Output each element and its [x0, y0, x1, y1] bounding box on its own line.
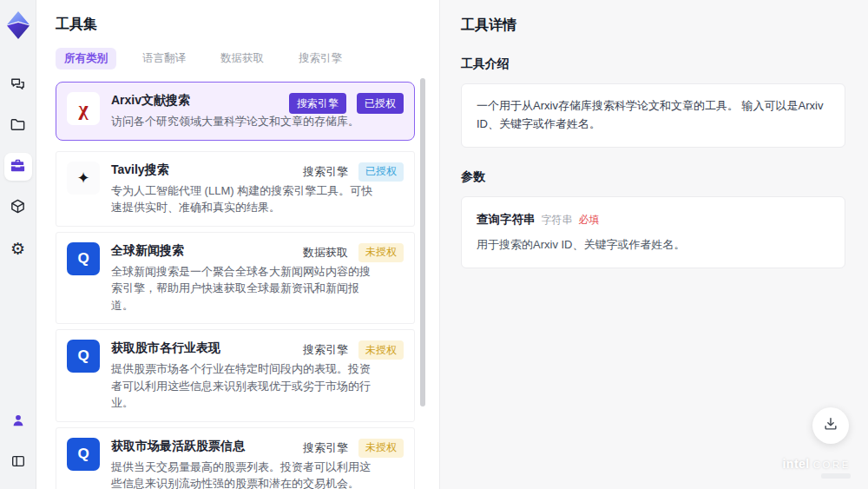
intel-wordmark: intel — [782, 457, 809, 471]
chat-icon — [10, 76, 26, 96]
user-profile-button[interactable] — [4, 408, 32, 436]
tool-description: 专为人工智能代理 (LLM) 构建的搜索引擎工具。可快速提供实时、准确和真实的结… — [111, 182, 376, 216]
tool-list-panel: 工具集 所有类别 语言翻译 数据获取 搜索引擎 χ Arxiv文献搜索 访问各个… — [36, 0, 439, 489]
tab-language-translation[interactable]: 语言翻译 — [134, 48, 194, 69]
category-label: 搜索引擎 — [303, 342, 348, 358]
intro-heading: 工具介绍 — [461, 56, 845, 72]
status-badge: 已授权 — [357, 93, 404, 114]
tool-description: 提供当天交易量最高的股票列表。投资者可以利用这些信息来识别流动性强的股票和潜在的… — [111, 459, 376, 489]
app-window: ⚙ 工具集 所有类别 语言翻译 数据获取 — [0, 0, 868, 489]
arxiv-logo-icon: χ — [67, 92, 100, 125]
tool-card-tavily[interactable]: ✦ Tavily搜索 专为人工智能代理 (LLM) 构建的搜索引擎工具。可快速提… — [56, 151, 415, 227]
tavily-logo-icon: ✦ — [67, 162, 100, 195]
category-label: 搜索引擎 — [303, 440, 348, 456]
intro-box: 一个用于从Arxiv存储库搜索科学论文和文章的工具。 输入可以是Arxiv ID… — [461, 83, 845, 148]
toolbox-icon — [10, 157, 26, 177]
folder-icon — [10, 116, 26, 136]
status-badge: 未授权 — [358, 439, 404, 458]
settings-gear-icon: ⚙ — [10, 241, 25, 257]
core-wordmark: CORE — [813, 459, 851, 470]
news-app-logo-icon: Q — [67, 340, 100, 373]
tool-description: 访问各个研究领域大量科学论文和文章的存储库。 — [111, 113, 376, 130]
param-name: 查询字符串 — [477, 210, 536, 229]
category-tabs: 所有类别 语言翻译 数据获取 搜索引擎 — [56, 48, 415, 69]
download-button[interactable] — [812, 407, 849, 444]
sidebar-item-packages[interactable] — [4, 194, 32, 221]
category-label: 搜索引擎 — [303, 164, 348, 180]
tab-data-acquisition[interactable]: 数据获取 — [212, 48, 273, 69]
tool-description: 全球新闻搜索是一个聚合全球各大新闻网站内容的搜索引擎，帮助用户快速获取全球最新资… — [111, 263, 376, 314]
collapse-panel-button[interactable] — [4, 449, 32, 477]
tool-list: χ Arxiv文献搜索 访问各个研究领域大量科学论文和文章的存储库。 搜索引擎 … — [56, 82, 415, 489]
tool-card-global-news[interactable]: Q 全球新闻搜索 全球新闻搜索是一个聚合全球各大新闻网站内容的搜索引擎，帮助用户… — [56, 232, 415, 325]
tool-detail-panel: 工具详情 工具介绍 一个用于从Arxiv存储库搜索科学论文和文章的工具。 输入可… — [439, 0, 868, 489]
panel-toggle-icon — [10, 453, 26, 472]
sidebar-item-toolbox[interactable] — [4, 153, 32, 181]
app-logo-diamond-icon[interactable] — [3, 9, 33, 42]
param-box: 查询字符串 字符串 必填 用于搜索的Arxiv ID、关键字或作者姓名。 — [461, 196, 845, 268]
tab-all-categories[interactable]: 所有类别 — [56, 48, 116, 69]
scrollbar-track — [420, 78, 425, 478]
sidebar-item-settings[interactable]: ⚙ — [4, 235, 32, 262]
category-label: 数据获取 — [303, 245, 348, 261]
news-app-logo-icon: Q — [67, 242, 100, 275]
tool-card-most-active-stocks[interactable]: Q 获取市场最活跃股票信息 提供当天交易量最高的股票列表。投资者可以利用这些信息… — [56, 427, 415, 489]
sidebar-item-files[interactable] — [4, 112, 32, 140]
tool-card-arxiv[interactable]: χ Arxiv文献搜索 访问各个研究领域大量科学论文和文章的存储库。 搜索引擎 … — [56, 82, 415, 141]
cube-icon — [10, 198, 26, 218]
param-required-flag: 必填 — [579, 212, 600, 228]
intel-core-logo: intel CORE — [782, 457, 851, 479]
left-rail: ⚙ — [0, 0, 36, 489]
tab-search-engine[interactable]: 搜索引擎 — [290, 48, 351, 69]
download-tray-icon — [823, 416, 838, 435]
sidebar-item-chat[interactable] — [4, 71, 32, 99]
scrollbar-thumb[interactable] — [420, 78, 425, 406]
status-badge: 已授权 — [358, 162, 404, 182]
user-avatar-icon — [10, 413, 26, 432]
page-title: 工具集 — [56, 16, 415, 34]
param-description: 用于搜索的Arxiv ID、关键字或作者姓名。 — [477, 236, 830, 254]
tool-card-sector-performance[interactable]: Q 获取股市各行业表现 提供股票市场各个行业在特定时间段内的表现。投资者可以利用… — [56, 329, 415, 422]
category-badge: 搜索引擎 — [289, 93, 346, 114]
status-badge: 未授权 — [358, 340, 404, 360]
tool-description: 提供股票市场各个行业在特定时间段内的表现。投资者可以利用这些信息来识别表现优于或… — [111, 360, 376, 412]
detail-title: 工具详情 — [461, 17, 845, 35]
intel-sub-badge — [821, 473, 851, 479]
news-app-logo-icon: Q — [67, 438, 100, 471]
params-heading: 参数 — [461, 169, 845, 185]
status-badge: 未授权 — [358, 243, 404, 262]
param-type: 字符串 — [542, 212, 573, 228]
